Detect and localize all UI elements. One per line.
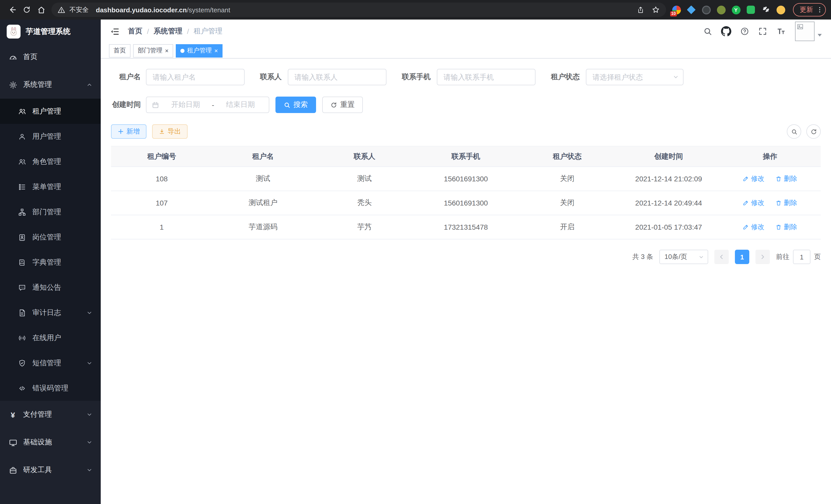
shield-icon (18, 359, 27, 367)
sidebar-item-role[interactable]: 角色管理 (0, 149, 101, 174)
col-contact: 联系人 (314, 146, 415, 167)
profile-avatar-icon[interactable] (775, 5, 786, 15)
user-avatar-menu[interactable] (795, 22, 822, 41)
app-logo-row[interactable]: 芋道管理系统 (0, 20, 101, 43)
sidebar-item-error-code[interactable]: 错误码管理 (0, 376, 101, 401)
tab-dept[interactable]: 部门管理 × (133, 44, 173, 57)
security-label[interactable]: 不安全 (69, 5, 89, 14)
cell-contact: 秃头 (314, 191, 415, 215)
sidebar-group-system[interactable]: 系统管理 (0, 71, 101, 99)
adblock-extension-icon[interactable]: 10 (671, 5, 682, 15)
close-icon[interactable]: × (165, 48, 169, 54)
trash-icon (776, 176, 782, 182)
sidebar-item-post[interactable]: 岗位管理 (0, 225, 101, 250)
sidebar-item-home[interactable]: 首页 (0, 43, 101, 71)
breadcrumb-system[interactable]: 系统管理 (154, 27, 182, 36)
download-icon (159, 128, 165, 135)
chevron-down-icon (86, 467, 92, 473)
sidebar-item-label: 用户管理 (32, 132, 61, 141)
sidebar-group-sms[interactable]: 短信管理 (0, 350, 101, 376)
refresh-button[interactable] (20, 3, 34, 17)
bookmark-star-icon[interactable] (652, 6, 660, 14)
tab-home[interactable]: 首页 (109, 44, 131, 57)
sidebar-submenu-system: 租户管理 用户管理 角色管理 菜单管理 (0, 99, 101, 401)
sidebar-item-dict[interactable]: 字典管理 (0, 250, 101, 275)
refresh-table-button[interactable] (806, 124, 821, 139)
page-number-1[interactable]: 1 (735, 250, 749, 264)
phone-label: 联系手机 (402, 72, 431, 82)
sidebar-fold-button[interactable] (110, 26, 120, 36)
sidebar-item-label: 角色管理 (32, 157, 61, 166)
refresh-icon (23, 6, 31, 14)
search-icon[interactable] (703, 27, 712, 36)
olive-extension-icon[interactable] (716, 5, 726, 15)
close-icon[interactable]: × (214, 48, 218, 54)
status-select[interactable] (586, 69, 684, 85)
url-domain: dashboard.yudao.iocoder.cn (96, 6, 187, 13)
goto-page-input[interactable] (793, 250, 810, 264)
cell-phone: 17321315478 (415, 215, 517, 239)
dark-extension-icon[interactable] (701, 5, 711, 15)
add-button[interactable]: 新增 (111, 124, 146, 139)
toggle-search-button[interactable] (787, 124, 801, 139)
home-button[interactable] (34, 3, 48, 17)
sidebar-item-user[interactable]: 用户管理 (0, 124, 101, 149)
prev-page-button[interactable] (714, 250, 729, 264)
tenant-name-input[interactable] (146, 69, 245, 85)
help-icon[interactable] (740, 27, 749, 36)
sidebar-item-menu[interactable]: 菜单管理 (0, 174, 101, 199)
page-size-select[interactable]: 10条/页 (659, 250, 708, 264)
comment-icon (18, 283, 27, 292)
table-row: 107 测试租户 秃头 15601691300 关闭 2021-12-14 20… (111, 191, 821, 215)
goto-suffix: 页 (814, 252, 821, 262)
browser-update-button[interactable]: 更新 (793, 3, 826, 17)
url-path: /system/tenant (187, 6, 230, 13)
github-icon[interactable] (721, 26, 731, 36)
extensions-puzzle-icon[interactable] (761, 5, 771, 15)
edit-label: 修改 (751, 174, 765, 183)
next-page-button[interactable] (755, 250, 770, 264)
back-button[interactable] (5, 3, 20, 17)
sidebar-item-tenant[interactable]: 租户管理 (0, 99, 101, 124)
contact-input[interactable] (288, 69, 386, 85)
sidebar-group-audit-log[interactable]: 审计日志 (0, 300, 101, 325)
edit-link[interactable]: 修改 (743, 223, 765, 232)
dashboard-icon (8, 53, 18, 61)
sidebar-group-label: 短信管理 (32, 358, 61, 367)
extensions-area: 10 Y (671, 5, 786, 15)
sidebar-item-label: 菜单管理 (32, 182, 61, 191)
edit-link[interactable]: 修改 (743, 198, 765, 208)
tab-label: 部门管理 (138, 46, 163, 55)
font-size-icon[interactable] (776, 27, 786, 36)
delete-link[interactable]: 删除 (776, 198, 797, 208)
green-square-extension-icon[interactable] (746, 5, 756, 15)
sidebar-item-dept[interactable]: 部门管理 (0, 199, 101, 225)
phone-input[interactable] (437, 69, 536, 85)
code-icon (18, 384, 27, 392)
export-button[interactable]: 导出 (152, 124, 188, 139)
tab-tenant[interactable]: 租户管理 × (176, 44, 223, 57)
search-button[interactable]: 搜索 (276, 97, 316, 113)
breadcrumb-home[interactable]: 首页 (128, 27, 142, 36)
address-bar[interactable]: 不安全 dashboard.yudao.iocoder.cn/system/te… (51, 3, 666, 17)
arrow-left-icon (8, 5, 17, 14)
sidebar-item-notice[interactable]: 通知公告 (0, 275, 101, 300)
cell-created: 2021-12-14 21:02:09 (618, 167, 719, 191)
sidebar-group-devtools[interactable]: 研发工具 (0, 456, 101, 484)
share-icon[interactable] (637, 6, 644, 13)
date-range-picker[interactable]: 开始日期 - 结束日期 (146, 97, 269, 113)
green-circle-extension-icon[interactable]: Y (731, 5, 741, 15)
reset-button[interactable]: 重置 (322, 97, 363, 113)
kebab-menu-icon[interactable] (816, 6, 823, 13)
blue-extension-icon[interactable] (686, 5, 696, 15)
fullscreen-icon[interactable] (758, 27, 767, 36)
sidebar-group-payment[interactable]: ¥ 支付管理 (0, 401, 101, 428)
browser-toolbar: 不安全 dashboard.yudao.iocoder.cn/system/te… (0, 0, 831, 20)
delete-link[interactable]: 删除 (776, 223, 797, 232)
sidebar-group-infra[interactable]: 基础设施 (0, 428, 101, 456)
sidebar-item-online-users[interactable]: 在线用户 (0, 325, 101, 350)
pencil-icon (743, 224, 749, 230)
delete-link[interactable]: 删除 (776, 174, 797, 183)
url-text: dashboard.yudao.iocoder.cn/system/tenant (96, 6, 230, 13)
edit-link[interactable]: 修改 (743, 174, 765, 183)
